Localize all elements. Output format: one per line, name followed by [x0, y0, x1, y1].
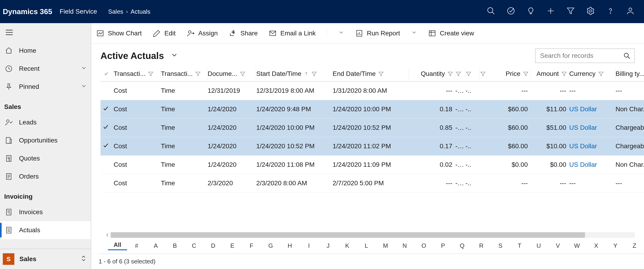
lightbulb-icon[interactable]	[526, 6, 535, 17]
column-header-document_date[interactable]: Docume...	[208, 66, 256, 81]
cell-col8: -..	[465, 81, 480, 100]
svg-marker-46	[240, 72, 245, 76]
alpha-filter-J[interactable]: J	[318, 242, 338, 249]
alpha-filter-R[interactable]: R	[472, 242, 491, 249]
column-header-transaction_type[interactable]: Transacti...	[161, 66, 208, 81]
alpha-filter-P[interactable]: P	[433, 242, 452, 249]
alpha-filter-K[interactable]: K	[338, 242, 357, 249]
nav-item-opportunities[interactable]: Opportunities	[0, 131, 91, 149]
alpha-filter-D[interactable]: D	[204, 242, 223, 249]
run-report-dropdown[interactable]	[411, 29, 417, 37]
column-header-check[interactable]	[100, 66, 114, 81]
scroll-left-icon[interactable]	[105, 232, 111, 238]
sidebar: HomeRecentPinned SalesLeadsOpportunities…	[0, 23, 91, 269]
check-icon	[102, 106, 109, 113]
column-header-col8[interactable]	[465, 66, 480, 81]
nav-item-recent[interactable]: Recent	[0, 60, 91, 78]
nav-item-actuals[interactable]: Actuals	[0, 221, 91, 239]
filter-icon[interactable]	[566, 6, 575, 17]
add-icon[interactable]	[546, 6, 555, 17]
alpha-filter-S[interactable]: S	[491, 242, 510, 249]
alpha-filter-O[interactable]: O	[414, 242, 434, 249]
nav-item-leads[interactable]: Leads	[0, 113, 91, 131]
alpha-filter-I[interactable]: I	[299, 242, 318, 249]
nav-label: Invoices	[19, 208, 43, 216]
alpha-filter-N[interactable]: N	[395, 242, 414, 249]
edit-button[interactable]: Edit	[153, 29, 176, 37]
nav-item-quotes[interactable]: $Quotes	[0, 149, 91, 167]
cell-document_date: 1/24/2020	[208, 100, 256, 118]
table-row[interactable]: CostTime1/24/20201/24/2020 9:48 PM1/24/2…	[100, 100, 644, 118]
cell-currency[interactable]: US Dollar	[569, 155, 615, 174]
alpha-filter-E[interactable]: E	[223, 242, 242, 249]
email-link-button[interactable]: Email a Link	[269, 29, 316, 37]
cell-currency[interactable]: US Dollar	[569, 100, 615, 118]
task-icon[interactable]	[506, 6, 515, 17]
alpha-filter-F[interactable]: F	[242, 242, 261, 249]
column-header-billing_type[interactable]: Billing ty...	[615, 66, 644, 81]
nav-item-home[interactable]: Home	[0, 42, 91, 60]
alpha-filter-Z[interactable]: Z	[625, 242, 644, 249]
cell-transaction_class: Cost	[114, 174, 161, 192]
table-row[interactable]: CostTime1/24/20201/24/2020 11:08 PM1/24/…	[100, 155, 644, 174]
lead-icon	[4, 118, 14, 126]
assign-button[interactable]: Assign	[187, 29, 218, 37]
alpha-filter-#[interactable]: #	[127, 242, 146, 249]
search-box[interactable]	[535, 48, 635, 63]
alpha-filter-T[interactable]: T	[510, 242, 529, 249]
alpha-filter-L[interactable]: L	[357, 242, 376, 249]
column-header-currency[interactable]: Currency	[569, 66, 615, 81]
settings-icon[interactable]	[586, 6, 595, 17]
alpha-filter-V[interactable]: V	[548, 242, 568, 249]
share-button[interactable]: Share	[229, 29, 258, 37]
invoice-icon	[4, 208, 14, 216]
account-icon[interactable]	[626, 6, 635, 17]
svg-point-7	[610, 13, 611, 13]
column-header-quantity[interactable]: Quantity	[409, 66, 455, 81]
horizontal-scrollbar[interactable]	[100, 232, 644, 238]
cell-currency[interactable]: US Dollar	[569, 118, 615, 137]
nav-item-pinned[interactable]: Pinned	[0, 78, 91, 96]
alpha-filter-Y[interactable]: Y	[606, 242, 625, 249]
search-input[interactable]	[540, 52, 624, 60]
alpha-filter-G[interactable]: G	[261, 242, 280, 249]
column-header-amount[interactable]: Amount	[530, 66, 569, 81]
table-row[interactable]: CostTime1/24/20201/24/2020 10:00 PM1/24/…	[100, 118, 644, 137]
alpha-filter-H[interactable]: H	[280, 242, 299, 249]
email-link-dropdown[interactable]	[338, 29, 344, 37]
show-chart-button[interactable]: Show Chart	[96, 29, 142, 37]
alpha-filter-W[interactable]: W	[568, 242, 586, 249]
table-row[interactable]: CostTime1/24/20201/24/2020 10:52 PM1/24/…	[100, 137, 644, 155]
search-icon[interactable]	[486, 6, 496, 17]
alpha-filter-C[interactable]: C	[184, 242, 204, 249]
alpha-filter-A[interactable]: A	[146, 242, 165, 249]
breadcrumb-root[interactable]: Sales	[108, 8, 123, 15]
run-report-button[interactable]: Run Report	[355, 29, 400, 37]
column-header-col9[interactable]	[480, 66, 486, 81]
breadcrumb-leaf[interactable]: Actuals	[130, 8, 150, 15]
column-header-end[interactable]: End Date/Time	[332, 66, 409, 81]
view-selector-dropdown[interactable]	[170, 51, 178, 61]
hamburger-button[interactable]	[0, 23, 91, 42]
nav-item-invoices[interactable]: Invoices	[0, 203, 91, 221]
column-header-col7[interactable]	[455, 66, 465, 81]
alpha-filter-X[interactable]: X	[586, 242, 606, 249]
table-row[interactable]: CostTime2/3/20202/3/2020 8:00 AM2/7/2020…	[100, 174, 644, 192]
scrollbar-track[interactable]	[111, 232, 635, 238]
column-header-transaction_class[interactable]: Transacti...	[114, 66, 161, 81]
app-switcher[interactable]: S Sales	[0, 249, 91, 269]
alpha-filter-B[interactable]: B	[165, 242, 184, 249]
app-name[interactable]: Field Service	[60, 8, 97, 15]
column-header-start[interactable]: Start Date/Time	[256, 66, 332, 81]
nav-item-orders[interactable]: Orders	[0, 167, 91, 186]
alpha-filter-Q[interactable]: Q	[452, 242, 472, 249]
column-header-price[interactable]: Price	[486, 66, 530, 81]
table-row[interactable]: CostTime12/31/201912/31/2019 8:00 AM1/31…	[100, 81, 644, 100]
create-view-button[interactable]: Create view	[428, 29, 474, 37]
cell-currency[interactable]: US Dollar	[569, 137, 615, 155]
alpha-filter-All[interactable]: All	[108, 241, 127, 250]
alpha-filter-U[interactable]: U	[529, 242, 548, 249]
scrollbar-thumb[interactable]	[585, 232, 635, 238]
help-icon[interactable]	[606, 6, 615, 17]
alpha-filter-M[interactable]: M	[376, 242, 395, 249]
